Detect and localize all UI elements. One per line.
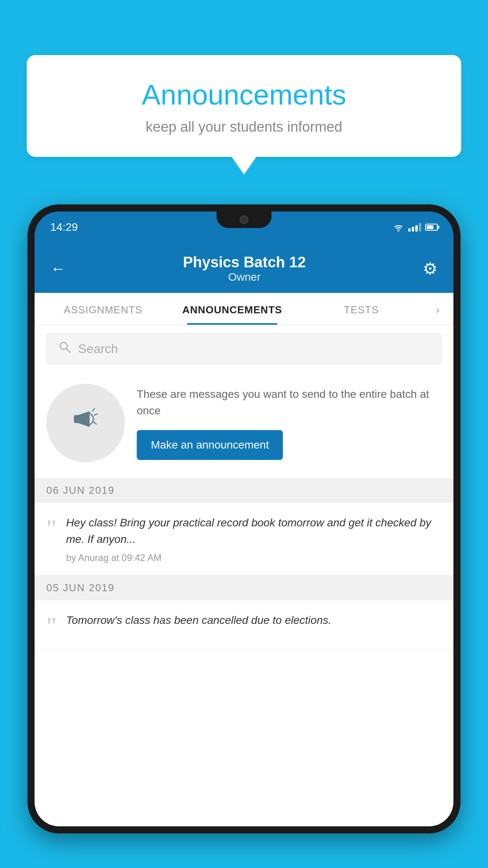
search-placeholder: Search: [78, 342, 118, 356]
camera-dot: [240, 215, 248, 224]
wifi-icon: [393, 223, 404, 232]
megaphone-circle: [46, 384, 125, 462]
megaphone-icon: [68, 401, 103, 445]
svg-point-0: [398, 230, 400, 232]
announcement-item-1[interactable]: " Hey class! Bring your practical record…: [35, 503, 453, 576]
announcement-right: These are messages you want to send to t…: [137, 386, 442, 460]
battery-icon: [425, 224, 438, 231]
date-separator-1: 06 JUN 2019: [35, 478, 453, 503]
tab-tests[interactable]: TESTS: [297, 293, 426, 325]
search-icon: [59, 341, 71, 357]
phone-notch: [216, 211, 272, 228]
svg-line-2: [66, 349, 70, 352]
status-bar: 14:29: [35, 211, 453, 243]
announcement-meta-1: by Anurag at 09:42 AM: [66, 552, 442, 563]
back-button[interactable]: ←: [50, 260, 66, 278]
settings-icon[interactable]: ⚙: [423, 259, 438, 278]
speech-bubble-title: Announcements: [46, 79, 442, 111]
svg-rect-3: [74, 415, 79, 423]
status-icons: [393, 223, 438, 232]
signal-bars: [408, 223, 421, 232]
svg-line-4: [92, 408, 95, 411]
speech-bubble: Announcements keep all your students inf…: [27, 55, 461, 157]
header-subtitle: Owner: [183, 271, 306, 283]
announcement-text-2: Tomorrow's class has been cancelled due …: [66, 612, 442, 629]
header-title: Physics Batch 12: [183, 254, 306, 271]
svg-line-5: [94, 414, 97, 415]
announcement-content-2: Tomorrow's class has been cancelled due …: [66, 612, 442, 633]
announcement-content-1: Hey class! Bring your practical record b…: [66, 515, 442, 563]
announcement-description: These are messages you want to send to t…: [137, 386, 442, 419]
tab-announcements[interactable]: ANNOUNCEMENTS: [168, 293, 297, 325]
speech-bubble-container: Announcements keep all your students inf…: [27, 55, 461, 157]
announcement-text-1: Hey class! Bring your practical record b…: [66, 515, 442, 548]
phone-wrapper: 14:29: [28, 204, 460, 868]
quote-icon-2: ": [46, 616, 57, 636]
svg-line-6: [94, 422, 96, 424]
announcement-item-2[interactable]: " Tomorrow's class has been cancelled du…: [35, 600, 453, 648]
search-bar[interactable]: Search: [46, 333, 442, 364]
tab-more[interactable]: ›: [426, 293, 449, 325]
app-header: ← Physics Batch 12 Owner ⚙: [35, 243, 453, 293]
tab-assignments[interactable]: ASSIGNMENTS: [39, 293, 168, 325]
phone-mockup: 14:29: [28, 204, 460, 833]
quote-icon-1: ": [46, 519, 57, 539]
speech-bubble-subtitle: keep all your students informed: [46, 119, 442, 135]
phone-screen: ← Physics Batch 12 Owner ⚙ ASSIGNMENTS A…: [35, 243, 453, 826]
search-container: Search: [35, 326, 453, 372]
header-title-block: Physics Batch 12 Owner: [183, 254, 306, 283]
tab-bar: ASSIGNMENTS ANNOUNCEMENTS TESTS ›: [35, 293, 453, 326]
date-separator-2: 05 JUN 2019: [35, 576, 453, 600]
status-time: 14:29: [50, 221, 78, 234]
announcement-prompt: These are messages you want to send to t…: [35, 372, 453, 478]
make-announcement-button[interactable]: Make an announcement: [137, 430, 283, 460]
